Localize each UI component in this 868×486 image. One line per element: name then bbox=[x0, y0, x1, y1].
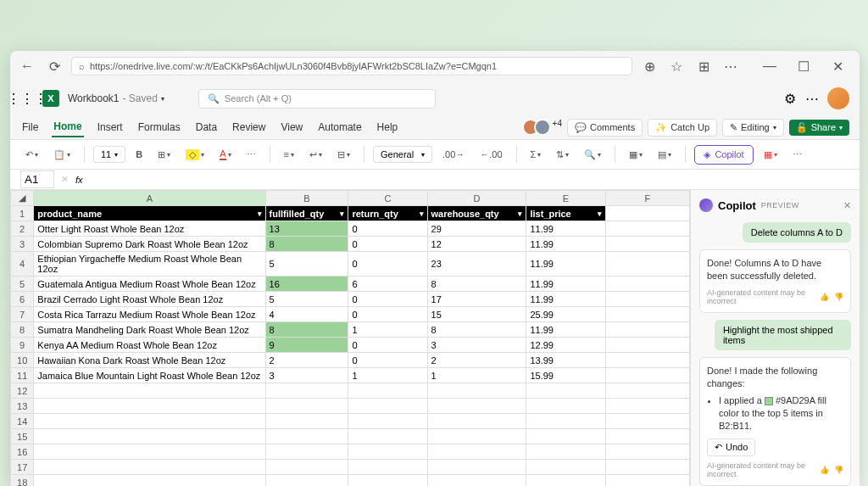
cell[interactable]: 2 bbox=[265, 353, 348, 368]
cell[interactable] bbox=[605, 322, 689, 338]
col-header-a[interactable]: A bbox=[34, 191, 265, 206]
row-header[interactable]: 5 bbox=[11, 277, 34, 292]
cell[interactable]: 2 bbox=[427, 353, 526, 368]
cell[interactable]: 12.99 bbox=[526, 338, 605, 353]
maximize-button[interactable]: ☐ bbox=[788, 54, 819, 78]
cell[interactable]: Hawaiian Kona Dark Roast Whole Bean 12oz bbox=[34, 353, 265, 368]
cell[interactable]: 13 bbox=[265, 221, 348, 237]
cell[interactable]: Guatemala Antigua Medium Roast Whole Bea… bbox=[34, 277, 265, 292]
back-button[interactable]: ← bbox=[17, 56, 37, 76]
presence-list[interactable]: +4 bbox=[522, 119, 562, 136]
cell[interactable]: Ethiopian Yirgacheffe Medium Roast Whole… bbox=[34, 252, 265, 277]
formula-cancel-icon[interactable]: ✕ bbox=[61, 174, 69, 185]
tab-file[interactable]: File bbox=[20, 118, 40, 137]
col-header-e[interactable]: E bbox=[526, 191, 605, 206]
cell[interactable]: Costa Rica Tarrazu Medium Roast Whole Be… bbox=[34, 307, 265, 322]
cell[interactable]: 1 bbox=[427, 368, 526, 383]
cell[interactable]: 15 bbox=[427, 307, 526, 322]
cell[interactable]: 0 bbox=[348, 353, 427, 368]
cell[interactable] bbox=[605, 353, 689, 368]
row-header[interactable]: 12 bbox=[11, 383, 34, 399]
copilot-button[interactable]: ◈ Copilot bbox=[694, 145, 753, 165]
font-size-select[interactable]: 11 ▾ bbox=[93, 146, 125, 163]
cell[interactable]: 29 bbox=[427, 221, 526, 237]
undo-button[interactable]: ↶▾ bbox=[20, 146, 43, 164]
cell[interactable]: Otter Light Roast Whole Bean 12oz bbox=[34, 221, 265, 237]
user-avatar[interactable] bbox=[827, 87, 849, 109]
cell[interactable]: 0 bbox=[348, 338, 427, 353]
wrap-button[interactable]: ↩▾ bbox=[304, 146, 327, 164]
font-color-button[interactable]: A▾ bbox=[214, 145, 236, 164]
cell[interactable] bbox=[605, 277, 689, 292]
table-header-cell[interactable]: list_price▾ bbox=[526, 206, 605, 221]
tab-automate[interactable]: Automate bbox=[316, 118, 363, 137]
row-header[interactable]: 1 bbox=[11, 206, 34, 221]
cell[interactable]: Colombian Supremo Dark Roast Whole Bean … bbox=[34, 237, 265, 252]
tab-data[interactable]: Data bbox=[194, 118, 219, 137]
cell[interactable] bbox=[605, 237, 689, 252]
cell[interactable]: 8 bbox=[427, 277, 526, 292]
cell[interactable]: 11.99 bbox=[526, 237, 605, 252]
fill-color-button[interactable]: ◇▾ bbox=[181, 146, 209, 164]
tab-home[interactable]: Home bbox=[52, 117, 83, 137]
share-button[interactable]: 🔓 Share ▾ bbox=[789, 120, 849, 136]
more-tools-button[interactable]: ⋯ bbox=[787, 146, 807, 164]
cell[interactable]: 0 bbox=[348, 307, 427, 322]
row-header[interactable]: 8 bbox=[11, 322, 34, 338]
sort-button[interactable]: ⇅▾ bbox=[551, 146, 574, 164]
cell[interactable]: 3 bbox=[265, 368, 348, 383]
row-header[interactable]: 9 bbox=[11, 338, 34, 353]
cell[interactable]: 16 bbox=[265, 277, 348, 292]
thumbs-up-icon[interactable]: 👍 bbox=[820, 466, 829, 474]
cell[interactable]: 5 bbox=[265, 252, 348, 277]
thumbs-down-icon[interactable]: 👎 bbox=[834, 293, 843, 301]
spreadsheet-grid[interactable]: ◢ A B C D E F 1product_name▾fullfilled_q… bbox=[10, 190, 690, 486]
url-bar[interactable]: ⌕ https://onedrive.live.com/:w:/t/EaCKkP… bbox=[71, 57, 632, 75]
cell[interactable]: 12 bbox=[427, 237, 526, 252]
col-header-d[interactable]: D bbox=[427, 191, 526, 206]
cell[interactable]: 3 bbox=[427, 338, 526, 353]
cell[interactable]: 8 bbox=[265, 322, 348, 338]
cell[interactable]: 5 bbox=[265, 292, 348, 307]
editing-button[interactable]: ✎ Editing ▾ bbox=[722, 119, 784, 137]
cell-reference-input[interactable] bbox=[20, 170, 54, 188]
row-header[interactable]: 6 bbox=[11, 292, 34, 307]
row-header[interactable]: 17 bbox=[11, 460, 34, 475]
favorite-icon[interactable]: ☆ bbox=[666, 56, 687, 76]
cell[interactable]: 9 bbox=[265, 338, 348, 353]
merge-button[interactable]: ⊟▾ bbox=[332, 146, 355, 164]
tab-formulas[interactable]: Formulas bbox=[136, 118, 182, 137]
increase-decimal-button[interactable]: .00→ bbox=[437, 146, 470, 163]
cell[interactable] bbox=[605, 338, 689, 353]
table-header-cell[interactable]: warehouse_qty▾ bbox=[427, 206, 526, 221]
tab-insert[interactable]: Insert bbox=[96, 118, 125, 137]
document-name[interactable]: Workbook1 - Saved ▾ bbox=[68, 92, 164, 104]
row-header[interactable]: 11 bbox=[11, 368, 34, 383]
cell[interactable]: 8 bbox=[265, 237, 348, 252]
cell[interactable]: 1 bbox=[348, 368, 427, 383]
more-icon[interactable]: ⋯ bbox=[805, 92, 819, 105]
cell[interactable]: 11.99 bbox=[526, 252, 605, 277]
catchup-button[interactable]: ✨ Catch Up bbox=[648, 119, 717, 137]
col-header-b[interactable]: B bbox=[265, 191, 348, 206]
close-button[interactable]: ✕ bbox=[822, 54, 853, 78]
number-format-select[interactable]: General ▾ bbox=[373, 146, 432, 163]
format-table-button[interactable]: ▤▾ bbox=[653, 146, 676, 164]
decrease-decimal-button[interactable]: ←.00 bbox=[475, 146, 507, 163]
cell[interactable] bbox=[605, 206, 689, 221]
cell[interactable]: 4 bbox=[265, 307, 348, 322]
cell[interactable]: 0 bbox=[348, 221, 427, 237]
cell[interactable] bbox=[605, 368, 689, 383]
settings-icon[interactable]: ⚙ bbox=[783, 92, 797, 105]
tab-help[interactable]: Help bbox=[376, 118, 400, 137]
close-panel-button[interactable]: ✕ bbox=[843, 200, 851, 211]
tab-review[interactable]: Review bbox=[231, 118, 267, 137]
row-header[interactable]: 4 bbox=[11, 252, 34, 277]
collections-icon[interactable]: ⊞ bbox=[693, 56, 714, 76]
undo-button[interactable]: ↶ Undo bbox=[707, 439, 755, 456]
row-header[interactable]: 7 bbox=[11, 307, 34, 322]
col-header-f[interactable]: F bbox=[605, 191, 689, 206]
cell[interactable]: 1 bbox=[348, 322, 427, 338]
cell[interactable]: Sumatra Mandheling Dark Roast Whole Bean… bbox=[34, 322, 265, 338]
more-font-button[interactable]: ⋯ bbox=[242, 146, 261, 164]
